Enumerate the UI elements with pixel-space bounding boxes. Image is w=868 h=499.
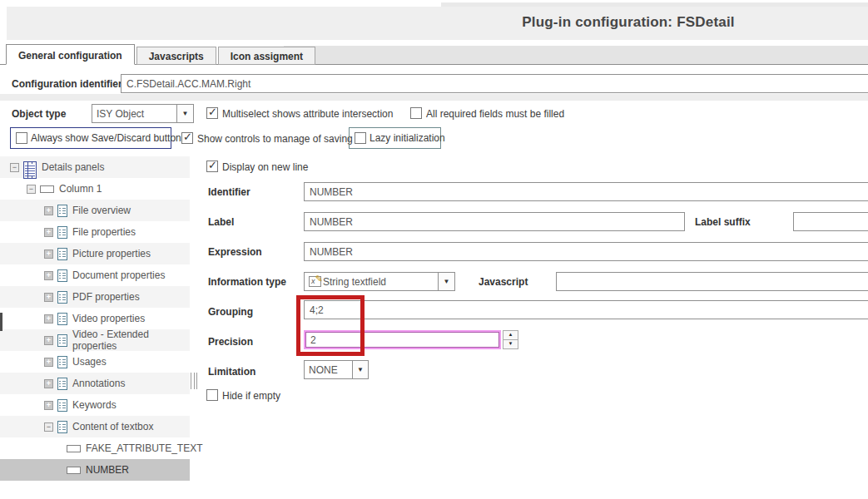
tree-item-label: Details panels [42, 161, 104, 173]
tree-item-label: File overview [72, 205, 131, 216]
tree-item-label: NUMBER [86, 464, 129, 476]
configuration-identifier-label: Configuration identifier [12, 78, 122, 90]
tree-item-label: Content of textbox [72, 421, 153, 432]
object-type-value: ISY Object [92, 104, 177, 123]
tab-bar: General configuration Javascripts Icon a… [6, 44, 317, 65]
tree-item[interactable]: NUMBER [0, 459, 190, 481]
display-on-new-line-checkbox[interactable] [206, 161, 218, 172]
column-icon [67, 467, 81, 474]
information-type-select[interactable]: x✎ String textfield ▼ [304, 272, 455, 291]
tree-item[interactable]: +PDF properties [0, 286, 190, 308]
expand-icon[interactable]: + [44, 271, 53, 280]
collapse-icon[interactable]: − [10, 163, 19, 172]
chevron-down-icon[interactable]: ▼ [439, 272, 455, 291]
tab-general-configuration[interactable]: General configuration [6, 44, 135, 65]
limitation-select[interactable]: NONE ▼ [304, 360, 369, 379]
tree-item[interactable]: −Details panels [0, 156, 190, 178]
expand-icon[interactable]: + [44, 206, 53, 215]
tab-strip-background [284, 46, 868, 64]
splitter-grip[interactable] [191, 373, 197, 389]
chevron-down-icon[interactable]: ▼ [353, 360, 369, 379]
panel-icon [57, 356, 67, 368]
panel-icon [57, 291, 67, 304]
expand-icon[interactable]: + [44, 401, 53, 410]
tree-item-label: Picture properties [72, 248, 151, 259]
object-type-label: Object type [12, 108, 66, 120]
expression-input[interactable] [304, 242, 868, 261]
tree-item-label: Column 1 [59, 183, 102, 195]
panel-icon [57, 313, 67, 325]
label-suffix-label: Label suffix [695, 216, 751, 228]
multiselect-intersection-label: Multiselect shows attribute intersection [222, 108, 393, 120]
expand-icon[interactable]: + [44, 336, 53, 345]
tree-item[interactable]: +Video - Extended properties [0, 329, 190, 351]
tree-item[interactable]: +File overview [0, 200, 190, 221]
javascript-input[interactable] [556, 272, 868, 291]
collapse-icon[interactable]: − [27, 185, 36, 194]
hide-if-empty-label: Hide if empty [222, 390, 280, 402]
tree-item-label: Usages [72, 356, 107, 368]
spinner-down-icon[interactable]: ▼ [503, 340, 518, 349]
limitation-value: NONE [304, 360, 353, 379]
column-icon [40, 185, 54, 193]
chevron-down-icon[interactable]: ▼ [177, 104, 194, 123]
all-required-fields-checkbox[interactable] [410, 107, 422, 119]
expand-icon[interactable]: + [44, 379, 53, 388]
panels-icon [23, 161, 37, 174]
tree-item-label: Video properties [72, 313, 145, 324]
tree-item[interactable]: +Usages [0, 351, 190, 373]
expand-icon[interactable]: + [44, 250, 53, 259]
panel-icon [57, 399, 67, 412]
always-show-save-checkbox[interactable] [16, 132, 27, 144]
always-show-save-group: Always show Save/Discard buttons [10, 127, 171, 149]
tree-item[interactable]: +Document properties [0, 264, 190, 286]
always-show-save-label: Always show Save/Discard buttons [31, 132, 186, 144]
precision-input[interactable] [304, 330, 501, 349]
tab-icon-assigment[interactable]: Icon assigment [218, 47, 315, 65]
identifier-input[interactable] [304, 182, 868, 201]
label-input[interactable] [304, 212, 685, 231]
column-icon [67, 445, 81, 452]
tree-item[interactable]: −Content of textbox [0, 416, 190, 437]
tree-item-label: Document properties [72, 269, 165, 281]
information-type-value: x✎ String textfield [304, 272, 439, 291]
show-controls-saving-checkbox[interactable] [181, 132, 193, 144]
hide-if-empty-checkbox[interactable] [206, 389, 218, 401]
string-textfield-icon: x✎ [309, 276, 321, 287]
expand-icon[interactable]: + [44, 293, 53, 302]
panel-icon [57, 226, 67, 239]
grouping-label: Grouping [208, 306, 253, 318]
lazy-initialization-checkbox[interactable] [355, 132, 366, 144]
tab-javascripts[interactable]: Javascripts [136, 47, 216, 65]
display-on-new-line-label: Display on new line [222, 161, 308, 173]
panel-icon [57, 205, 67, 217]
tree-item[interactable]: +Keywords [0, 394, 190, 416]
tree-item-label: Keywords [72, 399, 117, 411]
show-controls-saving-label: Show controls to manage of saving [197, 133, 353, 145]
tree-item-label: Annotations [72, 378, 125, 389]
label-suffix-input[interactable] [793, 212, 868, 231]
panel-icon [57, 248, 67, 260]
information-type-label: Information type [208, 276, 286, 288]
panel-icon [57, 421, 67, 433]
tree-item[interactable]: +File properties [0, 221, 190, 243]
expand-icon[interactable]: + [44, 228, 53, 237]
tree-item[interactable]: +Picture properties [0, 243, 190, 264]
precision-spinner: ▲ ▼ [503, 330, 518, 349]
multiselect-intersection-checkbox[interactable] [206, 107, 218, 119]
spinner-up-icon[interactable]: ▲ [503, 330, 518, 340]
panel-icon [57, 269, 67, 282]
identifier-label: Identifier [208, 186, 250, 198]
grouping-input[interactable] [304, 300, 868, 319]
tree-item[interactable]: +Video properties [0, 308, 190, 329]
tree-item[interactable]: −Column 1 [0, 178, 190, 200]
tree-item[interactable]: FAKE_ATTRIBUTE_TEXT [0, 437, 190, 459]
expand-icon[interactable]: + [44, 314, 53, 324]
object-type-select[interactable]: ISY Object ▼ [92, 104, 194, 123]
left-splitter-handle[interactable] [0, 313, 2, 331]
configuration-identifier-input[interactable] [121, 74, 868, 93]
collapse-icon[interactable]: − [44, 422, 53, 432]
precision-label: Precision [208, 336, 253, 348]
expand-icon[interactable]: + [44, 358, 53, 367]
tree-item[interactable]: +Annotations [0, 373, 190, 394]
